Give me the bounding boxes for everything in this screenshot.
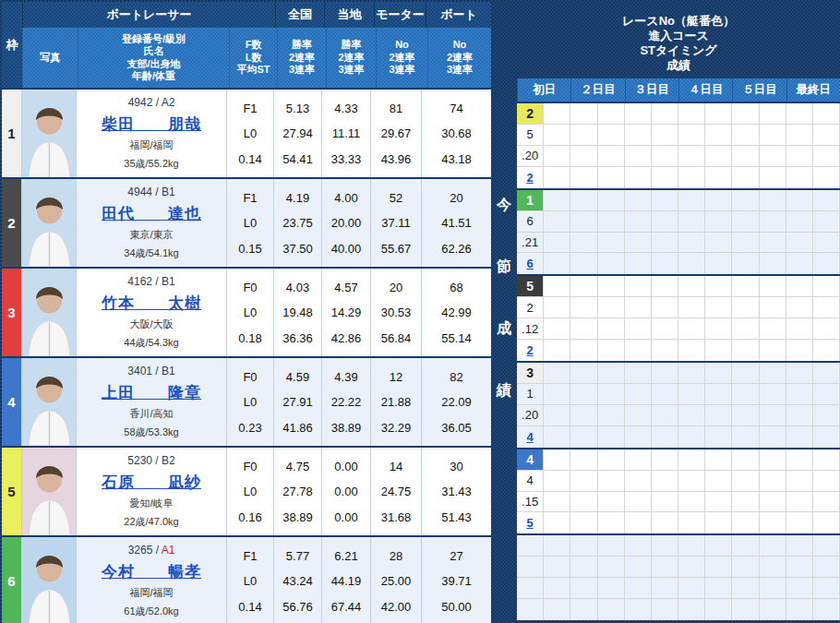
result-cell (517, 599, 544, 620)
national-rates-cell: 4.5927.9141.86 (274, 358, 322, 446)
empty-result-cell (625, 599, 652, 620)
st-timing-cell: .20 (517, 405, 544, 426)
race-number-cell: 3 (517, 363, 544, 384)
racer-name-link[interactable]: 上田 隆章 (102, 382, 201, 403)
empty-result-cell (732, 578, 759, 599)
empty-result-cell (625, 211, 652, 233)
empty-result-cell (570, 384, 597, 405)
empty-result-cell (570, 103, 597, 125)
motor-rates-cell: 5237.1155.67 (371, 179, 422, 267)
empty-result-cell (760, 190, 786, 211)
empty-result-cell (813, 405, 840, 426)
age-weight: 22歳/47.0kg (124, 515, 178, 529)
empty-result-cell (786, 340, 813, 361)
racer-name-link[interactable]: 田代 達也 (102, 203, 201, 224)
empty-result-cell (652, 146, 678, 167)
st-timing-cell: .21 (517, 233, 544, 254)
local-rates-cell: 4.5714.2942.86 (322, 269, 371, 356)
empty-result-cell (652, 512, 678, 533)
result-link[interactable]: 6 (526, 257, 533, 270)
empty-result-cell (678, 253, 705, 274)
result-cell: 2 (517, 167, 544, 188)
branch-origin: 福岡/福岡 (129, 138, 173, 152)
registration-class: 3401 / B1 (127, 365, 174, 377)
empty-result-cell (813, 103, 840, 125)
empty-result-cell (732, 318, 759, 340)
empty-result-cell (705, 557, 732, 578)
racer-name-link[interactable]: 柴田 朋哉 (102, 114, 201, 135)
age-weight: 61歳/52.0kg (124, 605, 178, 618)
national-rates-cell: 5.7743.2456.76 (274, 537, 322, 623)
empty-result-cell (625, 535, 652, 557)
empty-result-cell (705, 535, 732, 557)
racer-row: 55230 / B2石原 凪紗愛知/岐阜22歳/47.0kgF0L00.164.… (2, 448, 491, 537)
national-rates-cell: 5.1327.9454.41 (274, 90, 322, 177)
empty-result-cell (760, 211, 786, 233)
empty-result-cell (678, 318, 705, 340)
empty-result-cell (813, 211, 840, 233)
result-link[interactable]: 2 (526, 171, 533, 185)
empty-result-cell (544, 190, 570, 211)
empty-result-cell (705, 103, 732, 125)
empty-result-cell (786, 318, 813, 340)
result-link[interactable]: 2 (526, 343, 533, 357)
empty-result-cell (813, 492, 840, 513)
racer-name-link[interactable]: 石原 凪紗 (102, 472, 201, 493)
empty-result-cell (652, 297, 678, 318)
local-rates-cell: 6.2144.1967.44 (322, 537, 371, 623)
racer-name-link[interactable]: 竹本 太樹 (102, 293, 201, 314)
fl-st-cell: F1L00.14 (227, 537, 274, 623)
empty-result-cell (705, 211, 732, 233)
empty-result-cell (652, 471, 678, 492)
race-number-cell: 2 (517, 103, 544, 125)
empty-result-cell (760, 146, 786, 167)
st-timing-cell: .12 (517, 318, 544, 340)
empty-result-cell (732, 363, 759, 384)
empty-result-cell (544, 211, 570, 233)
empty-result-cell (625, 405, 652, 426)
series-result-block: 31.204 (517, 363, 840, 449)
empty-result-cell (544, 103, 570, 125)
empty-result-cell (786, 125, 813, 146)
empty-result-cell (732, 276, 759, 297)
empty-result-cell (786, 167, 813, 188)
empty-result-cell (732, 233, 759, 254)
racer-row: 63265 / A1今村 暢孝福岡/福岡61歳/52.0kgF1L00.145.… (2, 537, 491, 623)
empty-result-cell (625, 233, 652, 254)
series-result-block: 16.216 (517, 190, 840, 277)
column-header-fl-st: F数 L数 平均ST (229, 28, 277, 88)
empty-result-cell (786, 253, 813, 274)
result-link[interactable]: 4 (526, 430, 533, 444)
empty-result-cell (705, 471, 732, 492)
empty-result-cell (570, 535, 597, 557)
empty-result-cell (570, 233, 597, 254)
empty-result-cell (732, 253, 759, 274)
racer-name-link[interactable]: 今村 暢孝 (102, 561, 201, 582)
local-rates-cell: 4.0020.0040.00 (322, 179, 371, 267)
empty-result-cell (544, 405, 570, 426)
empty-result-cell (625, 297, 652, 318)
empty-result-cell (813, 449, 840, 471)
empty-result-cell (652, 426, 678, 448)
empty-result-cell (570, 125, 597, 146)
day-header-day3: ３日目 (625, 78, 678, 102)
empty-result-cell (625, 276, 652, 297)
empty-result-cell (544, 471, 570, 492)
empty-result-cell (760, 167, 786, 188)
empty-result-cell (705, 190, 732, 211)
empty-result-cell (544, 535, 570, 557)
fl-st-cell: F0L00.23 (227, 358, 274, 446)
race-number-cell: 5 (517, 276, 544, 297)
day-header-final: 最終日 (786, 78, 840, 102)
empty-result-cell (570, 599, 597, 620)
day-header-day2: ２日目 (570, 78, 624, 102)
empty-result-cell (625, 190, 652, 211)
empty-result-cell (786, 146, 813, 167)
empty-result-cell (705, 167, 732, 188)
result-link[interactable]: 5 (526, 516, 533, 530)
empty-result-cell (813, 599, 840, 620)
empty-result-cell (598, 599, 625, 620)
empty-result-cell (732, 103, 759, 125)
empty-result-cell (570, 578, 597, 599)
empty-result-cell (678, 535, 705, 557)
